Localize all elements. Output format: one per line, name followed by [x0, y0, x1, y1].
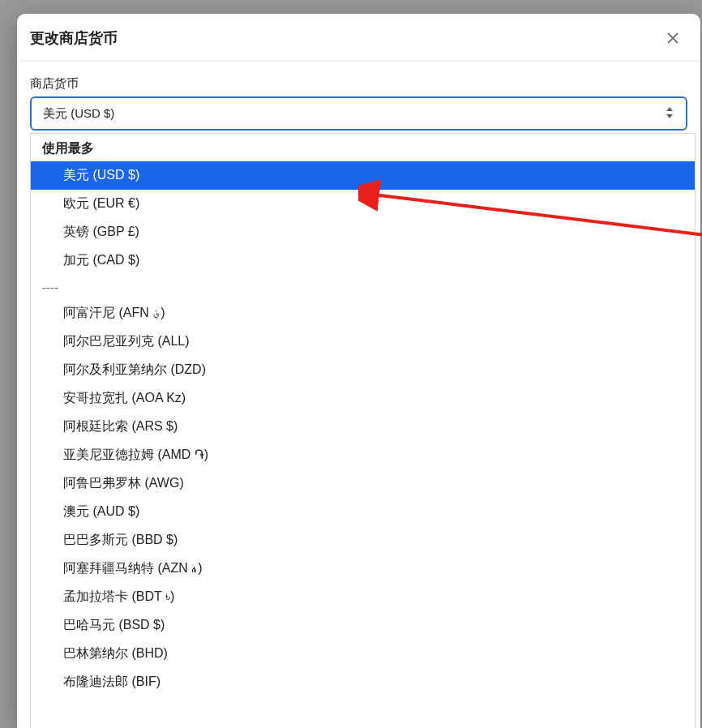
- currency-option[interactable]: 安哥拉宽扎 (AOA Kz): [31, 384, 695, 413]
- modal-header: 更改商店货币: [17, 14, 700, 62]
- currency-option[interactable]: 阿富汗尼 (AFN ؋): [31, 299, 695, 328]
- dropdown-separator: ----: [31, 275, 695, 299]
- store-currency-select[interactable]: 美元 (USD $): [30, 96, 687, 131]
- currency-dropdown[interactable]: 使用最多 美元 (USD $)欧元 (EUR €)英镑 (GBP £)加元 (C…: [30, 133, 696, 728]
- currency-option[interactable]: 加元 (CAD $): [31, 246, 695, 275]
- updown-icon: [665, 105, 674, 122]
- currency-option[interactable]: 亚美尼亚德拉姆 (AMD ֏): [31, 441, 695, 469]
- modal-title: 更改商店货币: [30, 28, 118, 48]
- currency-option[interactable]: 澳元 (AUD $): [31, 498, 695, 526]
- currency-option[interactable]: 巴林第纳尔 (BHD): [31, 640, 695, 668]
- currency-option[interactable]: 英镑 (GBP £): [31, 218, 695, 246]
- select-value: 美元 (USD $): [43, 106, 114, 122]
- currency-option[interactable]: 孟加拉塔卡 (BDT ৳): [31, 583, 695, 611]
- currency-option[interactable]: 阿根廷比索 (ARS $): [31, 413, 695, 441]
- currency-option[interactable]: 欧元 (EUR €): [31, 190, 695, 218]
- currency-option[interactable]: 阿鲁巴弗罗林 (AWG): [31, 469, 695, 498]
- close-button[interactable]: [663, 28, 683, 48]
- close-icon: [665, 30, 681, 46]
- modal-body: 商店货币 美元 (USD $) 使用最多 美元 (USD $)欧元 (EUR €…: [17, 62, 700, 728]
- store-currency-label: 商店货币: [30, 76, 687, 92]
- group-header-most-used: 使用最多: [31, 134, 695, 161]
- currency-option[interactable]: 阿尔巴尼亚列克 (ALL): [31, 328, 695, 356]
- currency-option[interactable]: 巴哈马元 (BSD $): [31, 611, 695, 640]
- currency-option[interactable]: 阿塞拜疆马纳特 (AZN ₼): [31, 555, 695, 583]
- currency-option[interactable]: 阿尔及利亚第纳尔 (DZD): [31, 356, 695, 384]
- currency-option[interactable]: 布隆迪法郎 (BIF): [31, 668, 695, 696]
- currency-option[interactable]: 巴巴多斯元 (BBD $): [31, 526, 695, 555]
- currency-option[interactable]: 美元 (USD $): [31, 161, 695, 190]
- change-store-currency-modal: 更改商店货币 商店货币 美元 (USD $) 使用最多 美元 (USD $)欧元…: [17, 14, 700, 728]
